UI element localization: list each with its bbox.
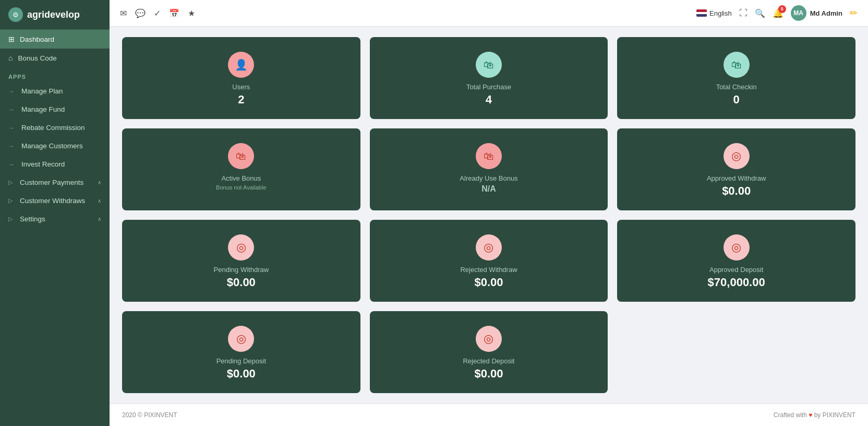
stat-card-active-bonus[interactable]: 🛍 Active Bonus Bonus not Available bbox=[122, 128, 360, 210]
sidebar-nav-main: ⊞ Dashboard ⌂ Bonus Code bbox=[0, 30, 110, 67]
approved-deposit-value: $70,000.00 bbox=[708, 276, 765, 289]
pending-deposit-value: $0.00 bbox=[227, 367, 256, 381]
pending-withdraw-label: Pending Withdraw bbox=[214, 266, 269, 274]
star-icon[interactable]: ★ bbox=[188, 8, 195, 18]
chevron-payments: ∧ bbox=[98, 180, 101, 185]
arrow-icon-customers: → bbox=[8, 143, 14, 149]
flag-icon bbox=[696, 9, 707, 17]
sidebar-label-customer-withdraws: Customer Withdraws bbox=[20, 197, 85, 205]
total-checkin-value: 0 bbox=[733, 93, 740, 106]
pending-deposit-label: Pending Deposit bbox=[216, 357, 266, 365]
sidebar-item-bonus-code[interactable]: ⌂ Bonus Code bbox=[0, 49, 110, 67]
arrow-icon-invest: → bbox=[8, 161, 14, 168]
sidebar-item-settings[interactable]: ▷ Settings ∧ bbox=[0, 210, 110, 228]
chat-icon[interactable]: 💬 bbox=[135, 8, 146, 18]
rejected-withdraw-icon-wrapper: ◎ bbox=[476, 234, 502, 261]
check-icon[interactable]: ✓ bbox=[154, 8, 161, 18]
arrow-icon-rebate: → bbox=[8, 125, 14, 131]
sidebar-label-manage-fund: Manage Fund bbox=[21, 105, 65, 113]
total-checkin-icon-wrapper: 🛍 bbox=[724, 52, 750, 78]
total-purchase-label: Total Purchase bbox=[466, 83, 511, 91]
pending-withdraw-icon-wrapper: ◎ bbox=[228, 234, 254, 261]
sidebar-logo: ⚙ agridevelop bbox=[0, 0, 110, 30]
approved-withdraw-label: Approved Withdraw bbox=[707, 174, 766, 182]
footer-copyright: 2020 © PIXINVENT bbox=[122, 411, 177, 419]
expand-icon[interactable]: ⛶ bbox=[739, 8, 748, 18]
approved-deposit-label: Approved Deposit bbox=[709, 266, 763, 274]
notification-badge: 5 bbox=[778, 5, 786, 13]
users-icon-wrapper: 👤 bbox=[228, 52, 254, 78]
users-label: Users bbox=[232, 83, 250, 91]
stat-card-pending-deposit[interactable]: ◎ Pending Deposit $0.00 bbox=[122, 311, 360, 393]
stat-card-already-use-bonus[interactable]: 🛍 Already Use Bonus N/A bbox=[370, 128, 608, 210]
chevron-settings: ∧ bbox=[98, 216, 101, 222]
stats-grid: 👤 Users 2 🛍 Total Purchase 4 🛍 Total Che… bbox=[122, 37, 855, 393]
topbar-icons: ✉ 💬 ✓ 📅 ★ bbox=[120, 8, 688, 18]
sidebar-label-customer-payments: Customer Payments bbox=[20, 179, 83, 186]
total-purchase-value: 4 bbox=[486, 93, 492, 106]
active-bonus-label: Active Bonus bbox=[221, 174, 261, 182]
arrow-icon-manage-fund: → bbox=[8, 106, 14, 113]
stat-card-total-purchase[interactable]: 🛍 Total Purchase 4 bbox=[370, 37, 608, 119]
footer: 2020 © PIXINVENT Crafted with ♥ by PIXIN… bbox=[110, 404, 868, 426]
logo-icon: ⚙ bbox=[8, 7, 23, 22]
arrow-icon-payments: ▷ bbox=[8, 179, 13, 186]
active-bonus-icon-wrapper: 🛍 bbox=[228, 143, 254, 169]
language-selector[interactable]: English bbox=[696, 9, 732, 17]
sidebar: ⚙ agridevelop ⊞ Dashboard ⌂ Bonus Code A… bbox=[0, 0, 110, 426]
mail-icon[interactable]: ✉ bbox=[120, 8, 127, 18]
already-use-bonus-icon-wrapper: 🛍 bbox=[476, 143, 502, 169]
already-use-bonus-label: Already Use Bonus bbox=[460, 174, 517, 182]
pencil-icon[interactable]: ✏ bbox=[850, 7, 858, 19]
sidebar-nav-apps: → Manage Plan → Manage Fund → Rebate Com… bbox=[0, 82, 110, 228]
notification-bell[interactable]: 🔔 5 bbox=[773, 8, 783, 19]
active-bonus-sublabel: Bonus not Available bbox=[216, 184, 266, 191]
avatar: MA bbox=[791, 5, 806, 21]
sidebar-item-customer-withdraws[interactable]: ▷ Customer Withdraws ∧ bbox=[0, 192, 110, 210]
sidebar-item-manage-customers[interactable]: → Manage Customers bbox=[0, 137, 110, 155]
sidebar-item-invest-record[interactable]: → Invest Record bbox=[0, 155, 110, 173]
dashboard-content: 👤 Users 2 🛍 Total Purchase 4 🛍 Total Che… bbox=[110, 27, 868, 404]
arrow-icon-withdraws: ▷ bbox=[8, 197, 13, 204]
stat-card-total-checkin[interactable]: 🛍 Total Checkin 0 bbox=[617, 37, 855, 119]
search-icon[interactable]: 🔍 bbox=[755, 8, 765, 18]
approved-deposit-icon-wrapper: ◎ bbox=[724, 234, 750, 261]
sidebar-item-manage-fund[interactable]: → Manage Fund bbox=[0, 100, 110, 119]
users-value: 2 bbox=[238, 93, 244, 106]
sidebar-item-manage-plan[interactable]: → Manage Plan bbox=[0, 82, 110, 100]
stat-card-rejected-deposit[interactable]: ◎ Rejected Deposit $0.00 bbox=[370, 311, 608, 393]
approved-withdraw-value: $0.00 bbox=[722, 184, 751, 198]
topbar-right: English ⛶ 🔍 🔔 5 MA Md Admin ✏ bbox=[696, 5, 858, 21]
pending-deposit-icon-wrapper: ◎ bbox=[228, 326, 254, 352]
rejected-deposit-label: Rejected Deposit bbox=[463, 357, 514, 365]
apps-section-label: APPS bbox=[0, 67, 110, 82]
user-menu[interactable]: MA Md Admin bbox=[791, 5, 842, 21]
calendar-icon[interactable]: 📅 bbox=[169, 8, 179, 18]
sidebar-label-manage-customers: Manage Customers bbox=[21, 142, 83, 150]
stat-card-pending-withdraw[interactable]: ◎ Pending Withdraw $0.00 bbox=[122, 220, 360, 302]
pending-withdraw-value: $0.00 bbox=[227, 276, 256, 289]
sidebar-label-bonus-code: Bonus Code bbox=[18, 54, 56, 62]
total-checkin-label: Total Checkin bbox=[716, 83, 757, 91]
already-use-bonus-value: N/A bbox=[481, 184, 496, 194]
rejected-withdraw-label: Rejected Withdraw bbox=[460, 266, 517, 274]
dashboard-icon: ⊞ bbox=[8, 35, 15, 43]
sidebar-item-customer-payments[interactable]: ▷ Customer Payments ∧ bbox=[0, 173, 110, 192]
rejected-deposit-icon-wrapper: ◎ bbox=[476, 326, 502, 352]
topbar: ✉ 💬 ✓ 📅 ★ English ⛶ 🔍 🔔 5 MA Md Admin ✏ bbox=[110, 0, 868, 27]
total-purchase-icon-wrapper: 🛍 bbox=[476, 52, 502, 78]
main-content: ✉ 💬 ✓ 📅 ★ English ⛶ 🔍 🔔 5 MA Md Admin ✏ bbox=[110, 0, 868, 426]
sidebar-label-rebate-commission: Rebate Commission bbox=[21, 124, 85, 132]
rejected-deposit-value: $0.00 bbox=[474, 367, 503, 381]
stat-card-users[interactable]: 👤 Users 2 bbox=[122, 37, 360, 119]
sidebar-item-dashboard[interactable]: ⊞ Dashboard bbox=[0, 30, 110, 49]
stat-card-rejected-withdraw[interactable]: ◎ Rejected Withdraw $0.00 bbox=[370, 220, 608, 302]
username: Md Admin bbox=[810, 9, 842, 17]
stat-card-approved-deposit[interactable]: ◎ Approved Deposit $70,000.00 bbox=[617, 220, 855, 302]
rejected-withdraw-value: $0.00 bbox=[474, 276, 503, 289]
app-name: agridevelop bbox=[27, 9, 80, 20]
arrow-icon-manage-plan: → bbox=[8, 88, 14, 94]
sidebar-label-dashboard: Dashboard bbox=[20, 36, 54, 43]
sidebar-item-rebate-commission[interactable]: → Rebate Commission bbox=[0, 119, 110, 137]
stat-card-approved-withdraw[interactable]: ◎ Approved Withdraw $0.00 bbox=[617, 128, 855, 210]
